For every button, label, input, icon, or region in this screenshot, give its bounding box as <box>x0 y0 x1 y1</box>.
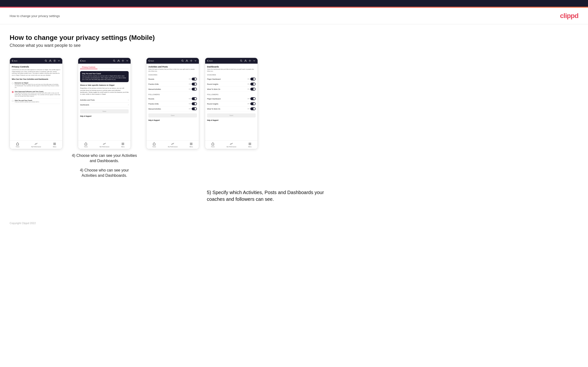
phone1-home-btn[interactable]: Home <box>16 142 19 148</box>
phone4-menu-btn[interactable]: Menu <box>248 142 251 148</box>
tab-privacy-controls[interactable]: Privacy Controls <box>80 66 97 69</box>
d-coaches-insights-toggle[interactable] <box>250 83 256 85</box>
followers-drills-toggle-right: ON <box>189 102 197 105</box>
phone2-dashboards-row[interactable]: Dashboards › <box>80 103 129 107</box>
chevron-down-icon-2[interactable] <box>126 59 129 62</box>
phone2-nav-icons <box>113 59 129 62</box>
coaches-drills-row: Practice Drills ON <box>148 82 197 87</box>
settings-icon-3[interactable] <box>190 59 193 62</box>
radio-only-coach[interactable]: Only You and Your Coach Only you and the… <box>12 99 60 104</box>
followers-rounds-toggle[interactable] <box>192 97 197 100</box>
svg-point-23 <box>245 60 246 61</box>
phone3-performance-btn[interactable]: My Performance <box>168 142 177 148</box>
phone4-back[interactable]: Back <box>207 59 213 62</box>
search-icon-3[interactable] <box>181 59 184 62</box>
d-coaches-player-toggle[interactable] <box>250 78 256 80</box>
d-followers-workon-toggle[interactable] <box>250 107 256 110</box>
top-bar-accent <box>0 7 588 8</box>
phone1-performance-btn[interactable]: My Performance <box>31 142 41 148</box>
search-icon-2[interactable] <box>113 59 116 62</box>
followers-drills-toggle[interactable] <box>192 102 197 105</box>
chevron-down-icon-4[interactable] <box>253 59 256 62</box>
phone1-home-label: Home <box>16 146 19 148</box>
coaches-rounds-row: Rounds ON <box>148 77 197 82</box>
menu-icon-3 <box>190 142 193 146</box>
phone3-back[interactable]: Back <box>148 59 154 62</box>
phone2-menu-btn[interactable]: Menu <box>121 142 125 148</box>
coaches-manual-toggle[interactable] <box>192 88 197 91</box>
settings-icon[interactable] <box>53 59 56 62</box>
coaches-drills-toggle[interactable] <box>192 83 197 85</box>
coaches-rounds-toggle[interactable] <box>192 78 197 80</box>
phone1-back-label: Back <box>14 60 17 62</box>
coaches-drills-label: Practice Drills <box>148 83 159 85</box>
coaches-rounds-label: Rounds <box>148 78 154 80</box>
d-followers-insights-on: ON <box>247 103 250 104</box>
header: How to change your privacy settings clip… <box>0 8 588 24</box>
step5-caption: 5) Specify which Activities, Posts and D… <box>207 189 327 202</box>
d-coaches-workon-toggle[interactable] <box>250 88 256 91</box>
radio-approved[interactable]: Only Approved Followers and Your Coach O… <box>12 90 60 99</box>
phone2-performance-btn[interactable]: My Performance <box>100 142 109 148</box>
followers-rounds-label: Rounds <box>148 98 154 100</box>
phone2-save-btn[interactable]: Save <box>80 109 129 113</box>
chart-icon <box>35 142 38 146</box>
phone1-menu-btn[interactable]: Menu <box>53 142 56 148</box>
search-icon-4[interactable] <box>240 59 243 62</box>
search-icon[interactable] <box>44 59 47 62</box>
radio-desc-1: Everyone on Clippd can search for you an… <box>15 83 60 88</box>
settings-icon-4[interactable] <box>248 59 251 62</box>
d-followers-insights-toggle[interactable] <box>250 102 256 105</box>
svg-point-7 <box>113 60 115 61</box>
step4-caption-area <box>139 184 201 202</box>
phone1-menu-label: Menu <box>53 146 56 148</box>
phone4-mockup: Back Dashboards Select the dashboards th… <box>205 58 258 149</box>
phone4-title: Dashboards <box>207 66 256 68</box>
phone2-menu-label: Menu <box>121 146 125 148</box>
phone4-performance-label: My Performance <box>226 146 236 148</box>
phone3-back-label: Back <box>150 60 154 62</box>
phone2-activities-row[interactable]: Activities and Posts › <box>80 98 129 103</box>
user-icon-2[interactable] <box>117 59 120 62</box>
menu-icon <box>53 142 56 146</box>
d-coaches-insights-on: ON <box>247 83 250 85</box>
phone1-back[interactable]: Back <box>12 59 17 62</box>
user-icon[interactable] <box>49 59 52 62</box>
chevron-down-icon[interactable] <box>58 59 60 62</box>
user-icon-4[interactable] <box>244 59 247 62</box>
d-coaches-player-label: Player Dashboard <box>207 78 221 80</box>
user-icon-3[interactable] <box>185 59 188 62</box>
svg-point-17 <box>191 60 192 61</box>
phone1-section-header: Who Can See Your Activities and Dashboar… <box>12 78 60 80</box>
phone4-save-btn[interactable]: Save <box>207 113 256 117</box>
bottom-captions: 5) Specify which Activities, Posts and D… <box>10 184 327 202</box>
chevron-down-icon-3[interactable] <box>194 59 197 62</box>
phone2-home-btn[interactable]: Home <box>84 142 88 148</box>
d-coaches-player-on: ON <box>247 78 250 80</box>
settings-icon-2[interactable] <box>121 59 124 62</box>
radio-everyone[interactable]: Everyone on Clippd Everyone on Clippd ca… <box>12 81 60 90</box>
screenshots-container: Back Privacy Controls Control how you an… <box>10 58 327 178</box>
step4-num: 4) <box>72 153 75 158</box>
svg-line-1 <box>46 61 47 62</box>
radio-option-3-text: Only You and Your Coach Only you and the… <box>15 100 39 103</box>
step5-caption-area: 5) Specify which Activities, Posts and D… <box>207 189 327 202</box>
coaches-manual-toggle-right: ON <box>189 88 197 91</box>
phone4-home-btn[interactable]: Home <box>211 142 215 148</box>
d-coaches-player-row: Player Dashboard ON <box>207 77 256 82</box>
phone4-navbar: Back <box>205 58 258 64</box>
coaches-rounds-toggle-right: ON <box>189 78 197 80</box>
phone1-content: Privacy Controls Control how you and you… <box>10 64 62 141</box>
phone4-performance-btn[interactable]: My Performance <box>226 142 236 148</box>
phone4-coaches-label: COACHES <box>207 74 256 76</box>
phone3-home-btn[interactable]: Home <box>153 142 156 148</box>
phone3-home-label: Home <box>153 146 156 148</box>
d-followers-player-on: ON <box>247 98 250 100</box>
phone2-footer: Home My Performance Menu <box>78 141 130 149</box>
d-followers-player-toggle[interactable] <box>250 97 256 100</box>
phone3-menu-btn[interactable]: Menu <box>190 142 193 148</box>
followers-manual-toggle[interactable] <box>192 107 197 110</box>
phone3-save-btn[interactable]: Save <box>148 113 197 117</box>
followers-manual-row: Manual Activities ON <box>148 106 197 111</box>
phone2-back[interactable]: Back <box>80 59 86 62</box>
